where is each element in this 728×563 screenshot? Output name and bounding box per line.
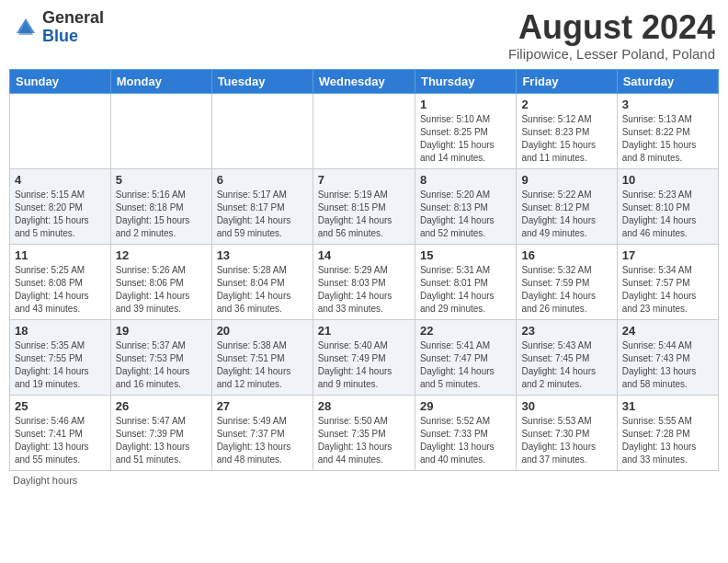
week-row-5: 25Sunrise: 5:46 AM Sunset: 7:41 PM Dayli… [10,395,719,470]
week-row-1: 1Sunrise: 5:10 AM Sunset: 8:25 PM Daylig… [10,93,719,168]
day-cell: 4Sunrise: 5:15 AM Sunset: 8:20 PM Daylig… [10,168,111,244]
calendar-table: Sunday Monday Tuesday Wednesday Thursday… [9,69,719,471]
day-cell: 22Sunrise: 5:41 AM Sunset: 7:47 PM Dayli… [415,319,516,395]
day-cell: 13Sunrise: 5:28 AM Sunset: 8:04 PM Dayli… [211,244,313,319]
day-number: 15 [420,248,511,262]
day-number: 20 [217,324,308,338]
day-cell [211,93,313,168]
day-info: Sunrise: 5:31 AM Sunset: 8:01 PM Dayligh… [420,264,511,316]
day-cell: 28Sunrise: 5:50 AM Sunset: 7:35 PM Dayli… [313,395,415,470]
day-cell: 11Sunrise: 5:25 AM Sunset: 8:08 PM Dayli… [10,244,111,319]
day-info: Sunrise: 5:50 AM Sunset: 7:35 PM Dayligh… [318,415,410,466]
day-info: Sunrise: 5:37 AM Sunset: 7:53 PM Dayligh… [116,339,207,391]
day-number: 1 [420,98,511,111]
day-info: Sunrise: 5:19 AM Sunset: 8:15 PM Dayligh… [318,189,410,240]
day-cell: 21Sunrise: 5:40 AM Sunset: 7:49 PM Dayli… [313,319,415,395]
day-cell [10,93,111,168]
day-info: Sunrise: 5:16 AM Sunset: 8:18 PM Dayligh… [116,189,207,240]
col-monday: Monday [110,69,211,93]
day-cell [313,93,415,168]
title-block: August 2024 Filipowice, Lesser Poland, P… [508,9,715,62]
day-number: 29 [420,399,511,413]
week-row-2: 4Sunrise: 5:15 AM Sunset: 8:20 PM Daylig… [10,168,719,244]
day-info: Sunrise: 5:52 AM Sunset: 7:33 PM Dayligh… [420,415,511,466]
day-cell: 16Sunrise: 5:32 AM Sunset: 7:59 PM Dayli… [517,244,617,319]
day-cell: 12Sunrise: 5:26 AM Sunset: 8:06 PM Dayli… [110,244,211,319]
day-info: Sunrise: 5:28 AM Sunset: 8:04 PM Dayligh… [217,264,308,316]
day-number: 8 [420,173,511,187]
day-info: Sunrise: 5:29 AM Sunset: 8:03 PM Dayligh… [318,264,410,316]
page-header: General Blue August 2024 Filipowice, Les… [9,9,719,62]
day-number: 16 [521,248,611,262]
day-number: 28 [318,399,410,413]
col-friday: Friday [517,69,617,93]
day-cell: 15Sunrise: 5:31 AM Sunset: 8:01 PM Dayli… [415,244,516,319]
day-number: 13 [217,248,308,262]
day-cell: 5Sunrise: 5:16 AM Sunset: 8:18 PM Daylig… [110,168,211,244]
logo: General Blue [13,9,104,46]
day-info: Sunrise: 5:53 AM Sunset: 7:30 PM Dayligh… [521,415,611,466]
day-number: 26 [116,399,207,413]
day-info: Sunrise: 5:17 AM Sunset: 8:17 PM Dayligh… [217,189,308,240]
calendar-header-row: Sunday Monday Tuesday Wednesday Thursday… [10,69,719,93]
day-info: Sunrise: 5:15 AM Sunset: 8:20 PM Dayligh… [15,189,106,240]
day-cell: 29Sunrise: 5:52 AM Sunset: 7:33 PM Dayli… [415,395,516,470]
col-sunday: Sunday [10,69,111,93]
day-number: 12 [116,248,207,262]
day-cell: 25Sunrise: 5:46 AM Sunset: 7:41 PM Dayli… [10,395,111,470]
col-wednesday: Wednesday [313,69,415,93]
logo-blue-text: Blue [42,28,104,46]
day-number: 7 [318,173,410,187]
day-cell: 20Sunrise: 5:38 AM Sunset: 7:51 PM Dayli… [211,319,313,395]
day-info: Sunrise: 5:34 AM Sunset: 7:57 PM Dayligh… [622,264,713,316]
day-info: Sunrise: 5:43 AM Sunset: 7:45 PM Dayligh… [521,339,611,391]
day-info: Sunrise: 5:22 AM Sunset: 8:12 PM Dayligh… [521,189,611,240]
day-number: 17 [622,248,713,262]
col-tuesday: Tuesday [211,69,313,93]
week-row-3: 11Sunrise: 5:25 AM Sunset: 8:08 PM Dayli… [10,244,719,319]
day-info: Sunrise: 5:44 AM Sunset: 7:43 PM Dayligh… [622,339,713,391]
day-cell: 9Sunrise: 5:22 AM Sunset: 8:12 PM Daylig… [517,168,617,244]
day-info: Sunrise: 5:46 AM Sunset: 7:41 PM Dayligh… [15,415,106,466]
day-info: Sunrise: 5:13 AM Sunset: 8:22 PM Dayligh… [622,113,713,165]
day-info: Sunrise: 5:40 AM Sunset: 7:49 PM Dayligh… [318,339,410,391]
day-info: Sunrise: 5:35 AM Sunset: 7:55 PM Dayligh… [15,339,106,391]
day-cell: 26Sunrise: 5:47 AM Sunset: 7:39 PM Dayli… [110,395,211,470]
col-thursday: Thursday [415,69,516,93]
day-number: 27 [217,399,308,413]
day-info: Sunrise: 5:26 AM Sunset: 8:06 PM Dayligh… [116,264,207,316]
day-cell: 30Sunrise: 5:53 AM Sunset: 7:30 PM Dayli… [517,395,617,470]
day-cell: 10Sunrise: 5:23 AM Sunset: 8:10 PM Dayli… [617,168,718,244]
day-info: Sunrise: 5:20 AM Sunset: 8:13 PM Dayligh… [420,189,511,240]
day-cell: 18Sunrise: 5:35 AM Sunset: 7:55 PM Dayli… [10,319,111,395]
day-info: Sunrise: 5:25 AM Sunset: 8:08 PM Dayligh… [15,264,106,316]
day-number: 22 [420,324,511,338]
day-cell: 1Sunrise: 5:10 AM Sunset: 8:25 PM Daylig… [415,93,516,168]
day-cell: 14Sunrise: 5:29 AM Sunset: 8:03 PM Dayli… [313,244,415,319]
day-number: 31 [622,399,713,413]
day-number: 2 [521,98,611,111]
day-info: Sunrise: 5:23 AM Sunset: 8:10 PM Dayligh… [622,189,713,240]
day-number: 14 [318,248,410,262]
month-year-title: August 2024 [508,9,715,46]
day-number: 30 [521,399,611,413]
day-cell: 19Sunrise: 5:37 AM Sunset: 7:53 PM Dayli… [110,319,211,395]
logo-icon [13,15,39,40]
day-cell [110,93,211,168]
day-number: 18 [15,324,106,338]
day-number: 21 [318,324,410,338]
footnote: Daylight hours [9,475,719,486]
day-info: Sunrise: 5:10 AM Sunset: 8:25 PM Dayligh… [420,113,511,165]
day-number: 4 [15,173,106,187]
week-row-4: 18Sunrise: 5:35 AM Sunset: 7:55 PM Dayli… [10,319,719,395]
day-info: Sunrise: 5:12 AM Sunset: 8:23 PM Dayligh… [521,113,611,165]
day-cell: 6Sunrise: 5:17 AM Sunset: 8:17 PM Daylig… [211,168,313,244]
day-cell: 27Sunrise: 5:49 AM Sunset: 7:37 PM Dayli… [211,395,313,470]
day-info: Sunrise: 5:55 AM Sunset: 7:28 PM Dayligh… [622,415,713,466]
day-number: 11 [15,248,106,262]
day-number: 23 [521,324,611,338]
day-cell: 31Sunrise: 5:55 AM Sunset: 7:28 PM Dayli… [617,395,718,470]
day-info: Sunrise: 5:32 AM Sunset: 7:59 PM Dayligh… [521,264,611,316]
day-number: 5 [116,173,207,187]
day-number: 10 [622,173,713,187]
